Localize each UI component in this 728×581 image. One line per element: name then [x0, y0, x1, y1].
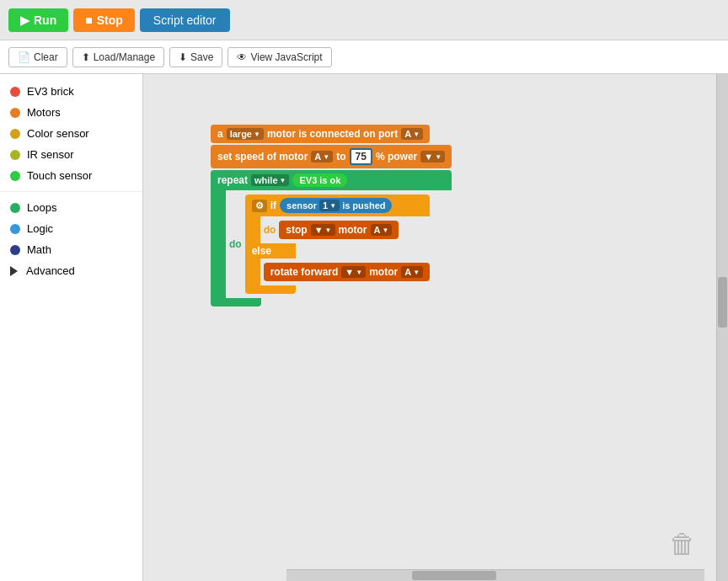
load-manage-label: Load/Manage	[94, 51, 155, 63]
save-label: Save	[190, 51, 213, 63]
repeat-while-block: repeat while EV3 is ok do ⚙ if	[211, 170, 452, 306]
file-toolbar: 📄 Clear ⬆ Load/Manage ⬇ Save 👁 View Java…	[0, 40, 728, 74]
touch-sensor-dot	[10, 171, 20, 181]
sidebar: EV3 brick Motors Color sensor IR sensor …	[0, 74, 143, 581]
sidebar-item-label: IR sensor	[27, 148, 74, 161]
hscrollbar-thumb[interactable]	[412, 571, 496, 580]
sensor-num-dropdown[interactable]: 1	[319, 200, 340, 211]
math-dot	[10, 245, 20, 255]
main-toolbar: Run Stop Script editor	[0, 0, 728, 40]
sidebar-divider	[0, 191, 142, 192]
sensor-condition[interactable]: sensor 1 is pushed	[280, 198, 392, 213]
sidebar-item-label: Touch sensor	[27, 169, 92, 182]
else-row: rotate forward ▼ motor A	[264, 263, 430, 281]
sidebar-item-ir-sensor[interactable]: IR sensor	[0, 144, 142, 165]
sidebar-item-label: Math	[27, 243, 51, 256]
stop-label: Stop	[97, 13, 123, 27]
repeat-body: do ⚙ if sensor 1 is pushed	[211, 190, 452, 298]
if-else-block: ⚙ if sensor 1 is pushed	[245, 195, 430, 294]
sidebar-item-label: Logic	[27, 222, 53, 235]
run-button[interactable]: Run	[8, 8, 68, 32]
run-label: Run	[34, 13, 56, 27]
eye-icon: 👁	[237, 51, 247, 63]
vertical-scrollbar[interactable]	[716, 74, 728, 581]
ev3-brick-dot	[10, 87, 20, 97]
stop-dropdown[interactable]: ▼	[311, 224, 335, 236]
motors-dot	[10, 108, 20, 118]
stop-button[interactable]: Stop	[73, 8, 135, 32]
do-row: do ⚙ if sensor 1 is pushed	[229, 195, 452, 294]
clear-button[interactable]: 📄 Clear	[8, 47, 67, 67]
if-else-body: rotate forward ▼ motor A	[245, 259, 430, 285]
color-sensor-dot	[10, 129, 20, 139]
loops-dot	[10, 203, 20, 213]
ev3-ok-badge: EV3 is ok	[292, 173, 347, 187]
repeat-block-footer	[211, 298, 261, 306]
trash-icon[interactable]: 🗑	[666, 524, 699, 564]
code-canvas[interactable]: a large motor is connected on port A set…	[143, 74, 716, 581]
sidebar-item-ev3-brick[interactable]: EV3 brick	[0, 81, 142, 102]
clear-label: Clear	[34, 51, 58, 63]
load-manage-button[interactable]: ⬆ Load/Manage	[72, 47, 164, 67]
view-js-label: View JavaScript	[250, 51, 322, 63]
view-js-button[interactable]: 👁 View JavaScript	[228, 47, 331, 67]
sidebar-item-color-sensor[interactable]: Color sensor	[0, 123, 142, 144]
vscrollbar-thumb[interactable]	[718, 277, 727, 328]
speed-value[interactable]: 75	[350, 148, 372, 165]
power-dropdown[interactable]: ▼	[420, 151, 445, 163]
sidebar-item-label: EV3 brick	[27, 85, 74, 98]
if-block-footer	[245, 285, 296, 294]
stop-motor-block[interactable]: stop ▼ motor A	[279, 221, 399, 239]
set-speed-block: set speed of motor A to 75 % power ▼	[211, 145, 452, 168]
while-dropdown[interactable]: while	[251, 174, 289, 186]
rotate-forward-block[interactable]: rotate forward ▼ motor A	[264, 263, 430, 281]
sidebar-item-advanced[interactable]: Advanced	[0, 260, 142, 281]
if-do-body: do stop ▼ motor A	[245, 216, 430, 243]
gear-icon[interactable]: ⚙	[252, 200, 267, 212]
ir-sensor-dot	[10, 150, 20, 160]
save-button[interactable]: ⬇ Save	[169, 47, 222, 67]
sidebar-item-touch-sensor[interactable]: Touch sensor	[0, 165, 142, 186]
script-editor-button[interactable]: Script editor	[140, 8, 230, 32]
large-dropdown[interactable]: large	[227, 128, 264, 140]
port-a-dropdown[interactable]: A	[401, 128, 423, 140]
sidebar-item-logic[interactable]: Logic	[0, 218, 142, 239]
sidebar-item-loops[interactable]: Loops	[0, 197, 142, 218]
sidebar-item-math[interactable]: Math	[0, 239, 142, 260]
rotate-dropdown[interactable]: ▼	[341, 266, 366, 278]
if-do-row: do stop ▼ motor A	[264, 221, 430, 239]
motor-stop-dropdown[interactable]: A	[371, 224, 393, 236]
sidebar-item-motors[interactable]: Motors	[0, 102, 142, 123]
file-icon: 📄	[18, 51, 30, 63]
sidebar-item-label: Motors	[27, 106, 61, 119]
sidebar-item-label: Loops	[27, 201, 56, 214]
save-icon: ⬇	[179, 51, 187, 63]
motor-connect-block: a large motor is connected on port A	[211, 125, 452, 143]
motor-rotate-dropdown[interactable]: A	[401, 266, 423, 278]
motor-a-dropdown[interactable]: A	[311, 151, 333, 163]
advanced-triangle	[10, 266, 18, 276]
sidebar-item-label: Color sensor	[27, 127, 89, 140]
else-label: else	[245, 243, 296, 259]
upload-icon: ⬆	[82, 51, 90, 63]
script-editor-label: Script editor	[153, 13, 217, 27]
logic-dot	[10, 224, 20, 234]
sidebar-item-label: Advanced	[26, 264, 75, 277]
horizontal-scrollbar[interactable]	[286, 569, 704, 581]
main-area: EV3 brick Motors Color sensor IR sensor …	[0, 74, 728, 581]
block-workspace: a large motor is connected on port A set…	[211, 125, 452, 306]
